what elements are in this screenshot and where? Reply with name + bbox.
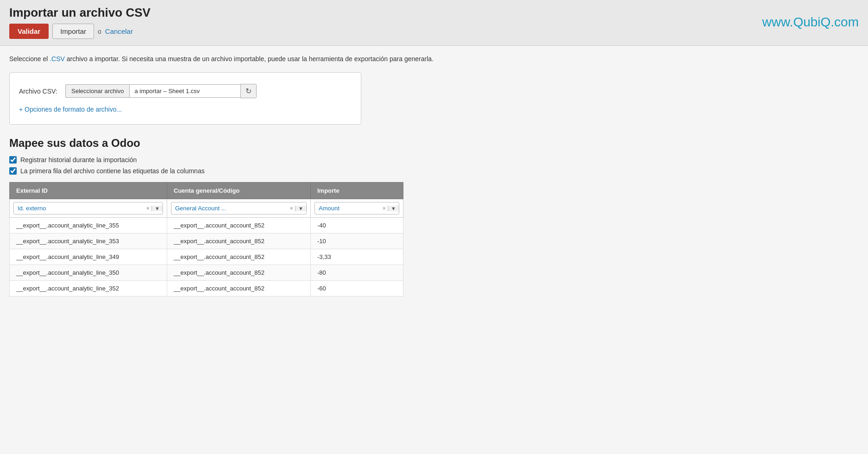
checkbox-row-1: Registrar historial durante la importaci… — [9, 156, 859, 164]
filter-dropdown-external-id[interactable]: ▼ — [151, 206, 163, 211]
importar-button[interactable]: Importar — [52, 24, 94, 39]
cell-importe: -10 — [311, 233, 403, 249]
filter-value-general-account[interactable]: General Account ... — [171, 202, 288, 214]
filter-cell-importe: Amount × ▼ — [311, 199, 403, 218]
col-header-importe: Importe — [311, 183, 403, 199]
filter-value-external-id[interactable]: Id. externo — [14, 202, 145, 214]
cell-general_account: __export__.account_account_852 — [167, 265, 311, 281]
cell-general_account: __export__.account_account_852 — [167, 281, 311, 296]
header-right: www.QubiQ.com — [762, 15, 859, 30]
table-body: __export__.account_analytic_line_355__ex… — [10, 218, 403, 296]
checkbox-primera-fila-label: La primera fila del archivo contiene las… — [20, 167, 205, 175]
filter-clear-external-id[interactable]: × — [145, 205, 152, 212]
data-table-wrapper: External ID Cuenta general/Código Import… — [9, 182, 859, 296]
format-options-link[interactable]: + Opciones de formato de archivo... — [19, 106, 122, 113]
header-actions: Validar Importar o Cancelar — [9, 24, 151, 39]
cell-general_account: __export__.account_account_852 — [167, 249, 311, 265]
map-section: Mapee sus datos a Odoo Registrar histori… — [9, 137, 859, 296]
checkbox-primera-fila[interactable] — [9, 167, 17, 175]
cell-external_id: __export__.account_analytic_line_355 — [10, 218, 167, 233]
cell-external_id: __export__.account_analytic_line_349 — [10, 249, 167, 265]
filter-value-importe[interactable]: Amount — [315, 202, 381, 214]
main-content: Seleccione el .CSV archivo a importar. S… — [0, 46, 868, 305]
cell-general_account: __export__.account_account_852 — [167, 233, 311, 249]
filter-cell-external-id: Id. externo × ▼ — [10, 199, 167, 218]
cell-external_id: __export__.account_analytic_line_353 — [10, 233, 167, 249]
desc-before-link: Seleccione el — [9, 55, 50, 63]
table-filter-row: Id. externo × ▼ General Account ... × ▼ — [10, 199, 403, 218]
file-input-wrapper: Seleccionar archivo a importar – Sheet 1… — [65, 84, 257, 98]
filter-wrapper-external-id: Id. externo × ▼ — [13, 202, 163, 214]
data-table: External ID Cuenta general/Código Import… — [9, 182, 403, 296]
file-row: Archivo CSV: Seleccionar archivo a impor… — [19, 84, 352, 98]
file-label: Archivo CSV: — [19, 88, 61, 95]
filter-dropdown-general-account[interactable]: ▼ — [295, 206, 306, 211]
table-header-row: External ID Cuenta general/Código Import… — [10, 183, 403, 199]
table-row: __export__.account_analytic_line_349__ex… — [10, 249, 403, 265]
description-text: Seleccione el .CSV archivo a importar. S… — [9, 54, 859, 64]
filter-clear-importe[interactable]: × — [381, 205, 388, 212]
table-row: __export__.account_analytic_line_355__ex… — [10, 218, 403, 233]
select-file-button[interactable]: Seleccionar archivo — [65, 84, 129, 98]
table-row: __export__.account_analytic_line_352__ex… — [10, 281, 403, 296]
cell-importe: -3,33 — [311, 249, 403, 265]
filter-clear-general-account[interactable]: × — [288, 205, 296, 212]
file-name-display: a importar – Sheet 1.csv — [129, 84, 240, 98]
cell-importe: -80 — [311, 265, 403, 281]
checkbox-historial-label: Registrar historial durante la importaci… — [20, 156, 137, 164]
checkbox-row-2: La primera fila del archivo contiene las… — [9, 167, 859, 175]
filter-dropdown-importe[interactable]: ▼ — [388, 206, 399, 211]
filter-cell-general-account: General Account ... × ▼ — [167, 199, 311, 218]
page-title: Importar un archivo CSV — [9, 6, 151, 20]
cell-external_id: __export__.account_analytic_line_352 — [10, 281, 167, 296]
website-link[interactable]: www.QubiQ.com — [762, 15, 859, 29]
csv-link[interactable]: .CSV — [50, 55, 65, 63]
cancelar-link[interactable]: Cancelar — [105, 27, 133, 35]
cell-importe: -40 — [311, 218, 403, 233]
separator-text: o — [98, 28, 101, 35]
filter-wrapper-general-account: General Account ... × ▼ — [171, 202, 307, 214]
table-row: __export__.account_analytic_line_350__ex… — [10, 265, 403, 281]
validar-button[interactable]: Validar — [9, 24, 49, 39]
col-header-external-id: External ID — [10, 183, 167, 199]
desc-after-link: archivo a importar. Si necesita una mues… — [65, 55, 434, 63]
checkbox-historial[interactable] — [9, 156, 17, 164]
reload-button[interactable]: ↻ — [240, 84, 257, 98]
cell-general_account: __export__.account_account_852 — [167, 218, 311, 233]
filter-wrapper-importe: Amount × ▼ — [314, 202, 399, 214]
header-left: Importar un archivo CSV Validar Importar… — [9, 6, 151, 39]
header-bar: Importar un archivo CSV Validar Importar… — [0, 0, 868, 46]
reload-icon: ↻ — [245, 87, 252, 95]
map-title: Mapee sus datos a Odoo — [9, 137, 859, 150]
file-section: Archivo CSV: Seleccionar archivo a impor… — [9, 72, 361, 125]
col-header-general-account: Cuenta general/Código — [167, 183, 311, 199]
cell-external_id: __export__.account_analytic_line_350 — [10, 265, 167, 281]
cell-importe: -60 — [311, 281, 403, 296]
table-row: __export__.account_analytic_line_353__ex… — [10, 233, 403, 249]
